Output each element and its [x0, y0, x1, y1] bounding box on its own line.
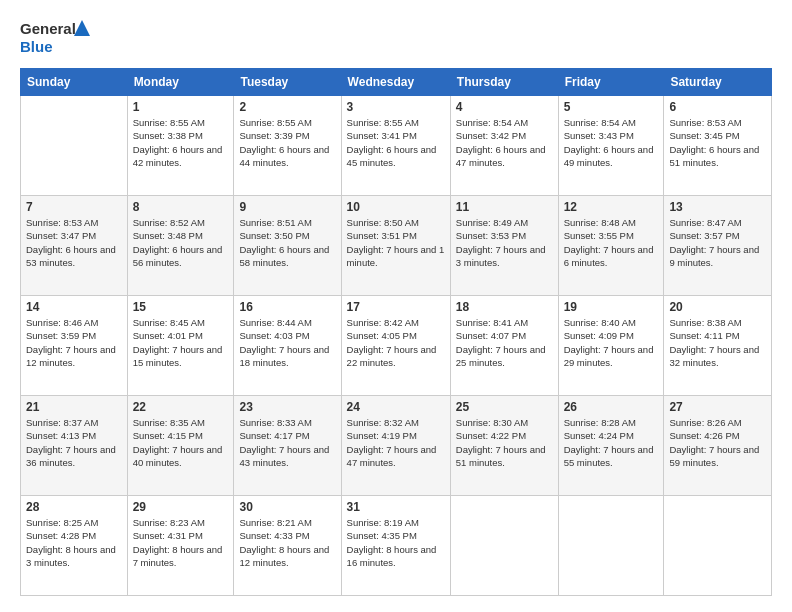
- day-info: Sunrise: 8:32 AMSunset: 4:19 PMDaylight:…: [347, 416, 445, 469]
- day-info: Sunrise: 8:21 AMSunset: 4:33 PMDaylight:…: [239, 516, 335, 569]
- day-number: 11: [456, 200, 553, 214]
- day-info: Sunrise: 8:35 AMSunset: 4:15 PMDaylight:…: [133, 416, 229, 469]
- day-number: 24: [347, 400, 445, 414]
- day-number: 29: [133, 500, 229, 514]
- calendar-cell: 7Sunrise: 8:53 AMSunset: 3:47 PMDaylight…: [21, 196, 128, 296]
- day-info: Sunrise: 8:53 AMSunset: 3:47 PMDaylight:…: [26, 216, 122, 269]
- calendar-cell: [558, 496, 664, 596]
- calendar-cell: 28Sunrise: 8:25 AMSunset: 4:28 PMDayligh…: [21, 496, 128, 596]
- svg-text:Blue: Blue: [20, 38, 53, 55]
- day-info: Sunrise: 8:48 AMSunset: 3:55 PMDaylight:…: [564, 216, 659, 269]
- calendar-cell: 6Sunrise: 8:53 AMSunset: 3:45 PMDaylight…: [664, 96, 772, 196]
- day-info: Sunrise: 8:41 AMSunset: 4:07 PMDaylight:…: [456, 316, 553, 369]
- day-info: Sunrise: 8:44 AMSunset: 4:03 PMDaylight:…: [239, 316, 335, 369]
- day-number: 15: [133, 300, 229, 314]
- day-number: 7: [26, 200, 122, 214]
- calendar-cell: 26Sunrise: 8:28 AMSunset: 4:24 PMDayligh…: [558, 396, 664, 496]
- day-info: Sunrise: 8:50 AMSunset: 3:51 PMDaylight:…: [347, 216, 445, 269]
- day-number: 10: [347, 200, 445, 214]
- day-info: Sunrise: 8:54 AMSunset: 3:42 PMDaylight:…: [456, 116, 553, 169]
- day-info: Sunrise: 8:53 AMSunset: 3:45 PMDaylight:…: [669, 116, 766, 169]
- day-info: Sunrise: 8:51 AMSunset: 3:50 PMDaylight:…: [239, 216, 335, 269]
- day-number: 9: [239, 200, 335, 214]
- day-info: Sunrise: 8:55 AMSunset: 3:41 PMDaylight:…: [347, 116, 445, 169]
- header-row: SundayMondayTuesdayWednesdayThursdayFrid…: [21, 69, 772, 96]
- day-info: Sunrise: 8:45 AMSunset: 4:01 PMDaylight:…: [133, 316, 229, 369]
- day-info: Sunrise: 8:55 AMSunset: 3:39 PMDaylight:…: [239, 116, 335, 169]
- calendar-body: 1Sunrise: 8:55 AMSunset: 3:38 PMDaylight…: [21, 96, 772, 596]
- calendar-header: SundayMondayTuesdayWednesdayThursdayFrid…: [21, 69, 772, 96]
- day-number: 2: [239, 100, 335, 114]
- day-info: Sunrise: 8:23 AMSunset: 4:31 PMDaylight:…: [133, 516, 229, 569]
- week-row-3: 14Sunrise: 8:46 AMSunset: 3:59 PMDayligh…: [21, 296, 772, 396]
- day-number: 28: [26, 500, 122, 514]
- calendar-cell: 9Sunrise: 8:51 AMSunset: 3:50 PMDaylight…: [234, 196, 341, 296]
- day-number: 21: [26, 400, 122, 414]
- day-number: 17: [347, 300, 445, 314]
- calendar-cell: 20Sunrise: 8:38 AMSunset: 4:11 PMDayligh…: [664, 296, 772, 396]
- calendar-cell: 13Sunrise: 8:47 AMSunset: 3:57 PMDayligh…: [664, 196, 772, 296]
- day-info: Sunrise: 8:54 AMSunset: 3:43 PMDaylight:…: [564, 116, 659, 169]
- day-number: 20: [669, 300, 766, 314]
- day-number: 1: [133, 100, 229, 114]
- day-number: 19: [564, 300, 659, 314]
- day-number: 30: [239, 500, 335, 514]
- day-info: Sunrise: 8:55 AMSunset: 3:38 PMDaylight:…: [133, 116, 229, 169]
- header-tuesday: Tuesday: [234, 69, 341, 96]
- day-info: Sunrise: 8:40 AMSunset: 4:09 PMDaylight:…: [564, 316, 659, 369]
- logo-svg: General Blue: [20, 16, 90, 58]
- day-number: 18: [456, 300, 553, 314]
- day-number: 6: [669, 100, 766, 114]
- day-number: 14: [26, 300, 122, 314]
- calendar-cell: 3Sunrise: 8:55 AMSunset: 3:41 PMDaylight…: [341, 96, 450, 196]
- calendar-cell: [664, 496, 772, 596]
- calendar-cell: 14Sunrise: 8:46 AMSunset: 3:59 PMDayligh…: [21, 296, 128, 396]
- header-thursday: Thursday: [450, 69, 558, 96]
- calendar-cell: 31Sunrise: 8:19 AMSunset: 4:35 PMDayligh…: [341, 496, 450, 596]
- calendar-cell: 25Sunrise: 8:30 AMSunset: 4:22 PMDayligh…: [450, 396, 558, 496]
- header-monday: Monday: [127, 69, 234, 96]
- header-wednesday: Wednesday: [341, 69, 450, 96]
- calendar-cell: 11Sunrise: 8:49 AMSunset: 3:53 PMDayligh…: [450, 196, 558, 296]
- calendar-cell: 12Sunrise: 8:48 AMSunset: 3:55 PMDayligh…: [558, 196, 664, 296]
- calendar-cell: 29Sunrise: 8:23 AMSunset: 4:31 PMDayligh…: [127, 496, 234, 596]
- svg-text:General: General: [20, 20, 76, 37]
- week-row-1: 1Sunrise: 8:55 AMSunset: 3:38 PMDaylight…: [21, 96, 772, 196]
- header-saturday: Saturday: [664, 69, 772, 96]
- calendar-cell: 27Sunrise: 8:26 AMSunset: 4:26 PMDayligh…: [664, 396, 772, 496]
- calendar-cell: 15Sunrise: 8:45 AMSunset: 4:01 PMDayligh…: [127, 296, 234, 396]
- header-friday: Friday: [558, 69, 664, 96]
- calendar-cell: 22Sunrise: 8:35 AMSunset: 4:15 PMDayligh…: [127, 396, 234, 496]
- day-number: 25: [456, 400, 553, 414]
- day-number: 16: [239, 300, 335, 314]
- day-number: 13: [669, 200, 766, 214]
- day-info: Sunrise: 8:49 AMSunset: 3:53 PMDaylight:…: [456, 216, 553, 269]
- calendar-cell: 2Sunrise: 8:55 AMSunset: 3:39 PMDaylight…: [234, 96, 341, 196]
- svg-marker-2: [74, 20, 90, 36]
- day-number: 12: [564, 200, 659, 214]
- day-info: Sunrise: 8:30 AMSunset: 4:22 PMDaylight:…: [456, 416, 553, 469]
- calendar-cell: 1Sunrise: 8:55 AMSunset: 3:38 PMDaylight…: [127, 96, 234, 196]
- calendar-cell: 24Sunrise: 8:32 AMSunset: 4:19 PMDayligh…: [341, 396, 450, 496]
- day-info: Sunrise: 8:26 AMSunset: 4:26 PMDaylight:…: [669, 416, 766, 469]
- calendar-cell: 21Sunrise: 8:37 AMSunset: 4:13 PMDayligh…: [21, 396, 128, 496]
- calendar-cell: 18Sunrise: 8:41 AMSunset: 4:07 PMDayligh…: [450, 296, 558, 396]
- day-info: Sunrise: 8:19 AMSunset: 4:35 PMDaylight:…: [347, 516, 445, 569]
- calendar-cell: 10Sunrise: 8:50 AMSunset: 3:51 PMDayligh…: [341, 196, 450, 296]
- day-info: Sunrise: 8:38 AMSunset: 4:11 PMDaylight:…: [669, 316, 766, 369]
- calendar-cell: 17Sunrise: 8:42 AMSunset: 4:05 PMDayligh…: [341, 296, 450, 396]
- day-info: Sunrise: 8:42 AMSunset: 4:05 PMDaylight:…: [347, 316, 445, 369]
- day-info: Sunrise: 8:28 AMSunset: 4:24 PMDaylight:…: [564, 416, 659, 469]
- day-number: 23: [239, 400, 335, 414]
- week-row-2: 7Sunrise: 8:53 AMSunset: 3:47 PMDaylight…: [21, 196, 772, 296]
- day-number: 4: [456, 100, 553, 114]
- calendar-cell: 23Sunrise: 8:33 AMSunset: 4:17 PMDayligh…: [234, 396, 341, 496]
- calendar-cell: 4Sunrise: 8:54 AMSunset: 3:42 PMDaylight…: [450, 96, 558, 196]
- header: General Blue: [20, 16, 772, 58]
- day-number: 8: [133, 200, 229, 214]
- calendar-page: General Blue SundayMondayTuesdayWednesda…: [0, 0, 792, 612]
- week-row-5: 28Sunrise: 8:25 AMSunset: 4:28 PMDayligh…: [21, 496, 772, 596]
- week-row-4: 21Sunrise: 8:37 AMSunset: 4:13 PMDayligh…: [21, 396, 772, 496]
- calendar-cell: 8Sunrise: 8:52 AMSunset: 3:48 PMDaylight…: [127, 196, 234, 296]
- day-info: Sunrise: 8:37 AMSunset: 4:13 PMDaylight:…: [26, 416, 122, 469]
